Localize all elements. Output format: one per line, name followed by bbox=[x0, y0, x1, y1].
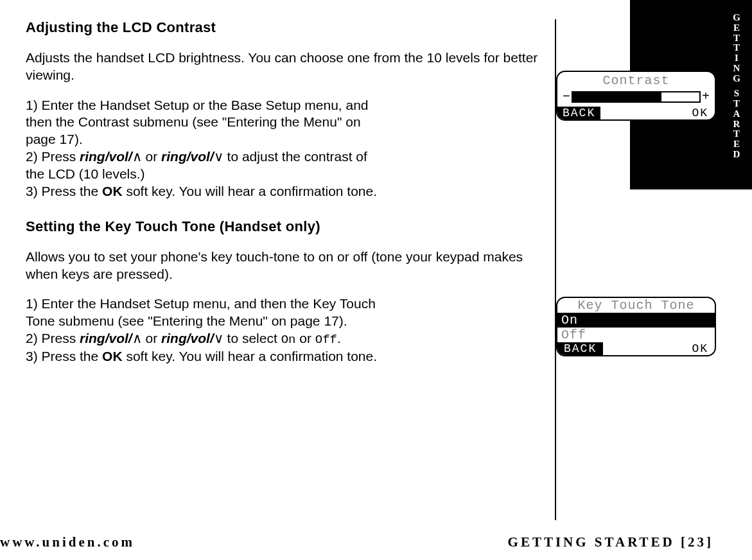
step-1: 1) Enter the Handset Setup or the Base S… bbox=[26, 97, 385, 149]
lcd-footer-spacer bbox=[600, 107, 685, 119]
step-3-pre: 3) Press the bbox=[26, 184, 102, 198]
lcd-option-on: On bbox=[557, 313, 715, 328]
step-2: 2) Press ring/vol/∧ or ring/vol/∨ to adj… bbox=[26, 148, 385, 183]
lcd-footer-spacer-2 bbox=[603, 342, 685, 355]
kt-step-1: 1) Enter the Handset Setup menu, and the… bbox=[26, 295, 385, 330]
kt-step-2-mid: to select bbox=[223, 331, 281, 346]
heading-key-touch: Setting the Key Touch Tone (Handset only… bbox=[26, 218, 552, 235]
kt-step-3-post: soft key. You will hear a confirmation t… bbox=[123, 349, 378, 363]
kt-period: . bbox=[337, 331, 341, 346]
ringvol-label-1: ring/vol/ bbox=[80, 149, 132, 164]
page-content: Adjusting the LCD Contrast Adjusts the h… bbox=[26, 19, 552, 365]
ringvol-label-3: ring/vol/ bbox=[80, 331, 132, 346]
up-caret-icon-2: ∧ bbox=[132, 331, 142, 346]
steps-key-touch: 1) Enter the Handset Setup menu, and the… bbox=[26, 295, 385, 365]
lcd-ok-key-2: OK bbox=[685, 342, 715, 355]
or-text-1: or bbox=[142, 149, 161, 164]
on-literal: On bbox=[281, 333, 296, 347]
step-3: 3) Press the OK soft key. You will hear … bbox=[26, 183, 385, 200]
down-caret-icon-2: ∨ bbox=[214, 331, 223, 346]
lcd-contrast-title: Contrast bbox=[557, 72, 715, 88]
lcd-back-key: BACK bbox=[557, 107, 600, 119]
lcd-option-off: Off bbox=[557, 328, 715, 342]
ok-label-1: OK bbox=[102, 184, 123, 198]
lcd-keytouch-screen: Key Touch Tone On Off BACK OK bbox=[556, 297, 716, 356]
ringvol-label-2: ring/vol/ bbox=[161, 149, 214, 164]
lcd-contrast-bar bbox=[572, 91, 701, 103]
step-3-post: soft key. You will hear a confirmation t… bbox=[123, 184, 378, 198]
intro-key-touch: Allows you to set your phone's key touch… bbox=[26, 248, 552, 283]
or-text-2: or bbox=[142, 331, 161, 346]
or-plain: or bbox=[295, 331, 315, 346]
lcd-keytouch-footer: BACK OK bbox=[557, 342, 715, 355]
kt-step-3: 3) Press the OK soft key. You will hear … bbox=[26, 348, 385, 365]
footer-section: GETTING STARTED [23] bbox=[508, 534, 713, 550]
section-key-touch-tone: Setting the Key Touch Tone (Handset only… bbox=[26, 218, 552, 365]
kt-step-2: 2) Press ring/vol/∧ or ring/vol/∨ to sel… bbox=[26, 330, 385, 347]
ringvol-label-4: ring/vol/ bbox=[161, 331, 214, 346]
lcd-keytouch-title: Key Touch Tone bbox=[557, 298, 715, 313]
lcd-back-key-2: BACK bbox=[557, 342, 603, 355]
kt-step-2-pre: 2) Press bbox=[26, 331, 80, 346]
down-caret-icon: ∨ bbox=[214, 149, 223, 164]
minus-icon: − bbox=[563, 89, 570, 104]
up-caret-icon: ∧ bbox=[132, 149, 142, 164]
lcd-contrast-screen: Contrast − + BACK OK bbox=[556, 71, 716, 121]
lcd-contrast-footer: BACK OK bbox=[557, 107, 715, 119]
lcd-contrast-bar-row: − + bbox=[557, 88, 715, 107]
section-tab-label: GETTINGSTARTED bbox=[731, 13, 744, 160]
off-literal: Off bbox=[315, 333, 337, 347]
step-2-pre: 2) Press bbox=[26, 149, 80, 164]
kt-step-3-pre: 3) Press the bbox=[26, 349, 102, 363]
steps-lcd-contrast: 1) Enter the Handset Setup or the Base S… bbox=[26, 97, 385, 200]
footer-url: www.uniden.com bbox=[0, 534, 135, 550]
ok-label-2: OK bbox=[102, 349, 123, 363]
lcd-contrast-bar-fill bbox=[573, 92, 661, 101]
heading-lcd-contrast: Adjusting the LCD Contrast bbox=[26, 19, 552, 36]
section-lcd-contrast: Adjusting the LCD Contrast Adjusts the h… bbox=[26, 19, 552, 200]
intro-lcd-contrast: Adjusts the handset LCD brightness. You … bbox=[26, 49, 552, 84]
lcd-ok-key: OK bbox=[685, 107, 715, 119]
plus-icon: + bbox=[702, 89, 710, 104]
